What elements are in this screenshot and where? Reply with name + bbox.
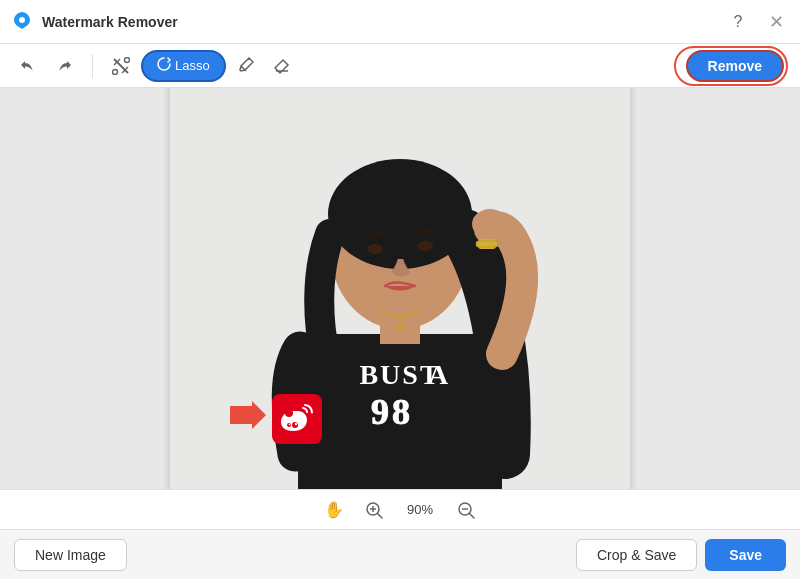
tools-group: Lasso — [105, 50, 298, 82]
svg-point-24 — [292, 422, 298, 428]
titlebar-left: Watermark Remover — [10, 10, 178, 34]
svg-point-15 — [367, 244, 383, 254]
crop-save-button[interactable]: Crop & Save — [576, 539, 697, 571]
bottombar: New Image Crop & Save Save — [0, 529, 800, 579]
svg-point-3 — [113, 69, 118, 74]
lasso-label: Lasso — [175, 58, 210, 73]
titlebar-right: ? ✕ — [724, 8, 790, 36]
arrow-indicator — [230, 401, 266, 436]
app-logo — [10, 10, 34, 34]
toolbar: Lasso Remove — [0, 44, 800, 88]
remove-btn-highlight: Remove — [674, 46, 788, 86]
undo-button[interactable] — [12, 50, 44, 82]
zoom-out-icon — [457, 501, 475, 519]
zoom-out-button[interactable] — [452, 496, 480, 524]
pen-icon — [237, 57, 255, 75]
zoom-in-button[interactable] — [360, 496, 388, 524]
pan-icon: ✋ — [324, 500, 344, 519]
svg-rect-20 — [476, 241, 498, 247]
toolbar-separator-1 — [92, 54, 93, 78]
svg-point-18 — [397, 323, 403, 329]
save-button[interactable]: Save — [705, 539, 786, 571]
app-title: Watermark Remover — [42, 14, 178, 30]
remove-button[interactable]: Remove — [686, 50, 784, 82]
svg-point-17 — [472, 209, 508, 239]
lasso-icon — [157, 57, 171, 74]
watermark-area — [230, 394, 322, 444]
svg-line-33 — [470, 513, 475, 518]
svg-point-4 — [125, 57, 130, 62]
zoom-level: 90% — [400, 502, 440, 517]
zoom-in-icon — [365, 501, 383, 519]
undo-icon — [19, 57, 37, 75]
bottom-right-buttons: Crop & Save Save — [576, 539, 786, 571]
svg-point-25 — [295, 422, 297, 424]
eraser-tool-button[interactable] — [266, 50, 298, 82]
svg-point-27 — [289, 423, 291, 425]
lasso-tool-button[interactable]: Lasso — [141, 50, 226, 82]
pan-button[interactable]: ✋ — [320, 496, 348, 524]
weibo-logo-icon — [275, 397, 319, 441]
main-area: BUST A 98 98 — [0, 88, 800, 489]
pen-tool-button[interactable] — [230, 50, 262, 82]
selection-tool-button[interactable] — [105, 50, 137, 82]
svg-line-0 — [114, 59, 128, 73]
svg-point-16 — [417, 241, 433, 251]
svg-line-29 — [378, 513, 383, 518]
help-button[interactable]: ? — [724, 8, 752, 36]
image-canvas[interactable]: BUST A 98 98 — [170, 88, 630, 489]
svg-text:A: A — [428, 359, 449, 390]
weibo-watermark — [272, 394, 322, 444]
titlebar: Watermark Remover ? ✕ — [0, 0, 800, 44]
eraser-icon — [273, 57, 291, 75]
redo-button[interactable] — [48, 50, 80, 82]
svg-text:98: 98 — [371, 392, 413, 432]
redo-icon — [55, 57, 73, 75]
svg-marker-21 — [230, 401, 266, 429]
statusbar: ✋ 90% — [0, 489, 800, 529]
svg-point-23 — [285, 409, 293, 417]
history-group — [12, 50, 80, 82]
new-image-button[interactable]: New Image — [14, 539, 127, 571]
selection-icon — [112, 57, 130, 75]
close-button[interactable]: ✕ — [762, 8, 790, 36]
